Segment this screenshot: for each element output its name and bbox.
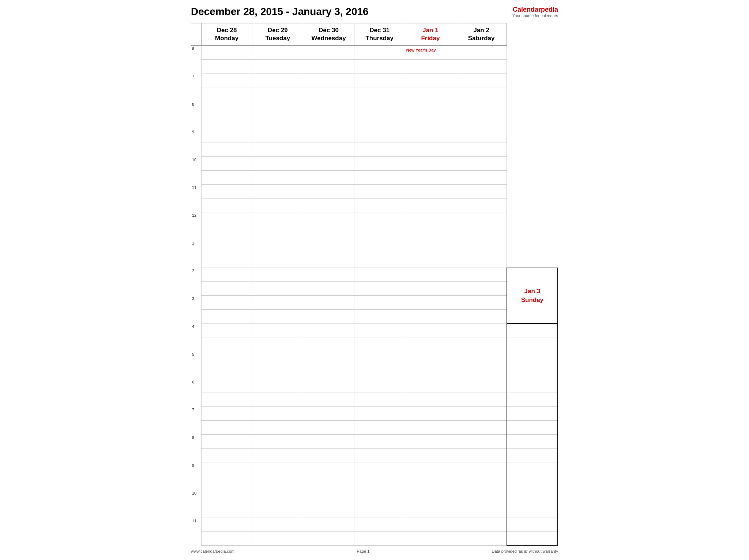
jan1-cell[interactable]: [405, 185, 456, 198]
day-cell[interactable]: [202, 143, 252, 157]
jan2-cell[interactable]: [456, 421, 507, 435]
day-cell[interactable]: [303, 254, 354, 268]
jan3-cell[interactable]: [507, 337, 558, 351]
jan2-cell[interactable]: [456, 476, 507, 490]
jan2-cell[interactable]: [456, 518, 507, 532]
day-cell[interactable]: [202, 240, 252, 254]
day-cell[interactable]: [202, 379, 252, 393]
day-cell[interactable]: [252, 185, 303, 198]
day-cell[interactable]: [202, 226, 252, 240]
day-cell[interactable]: [202, 198, 252, 212]
day-cell[interactable]: [252, 282, 303, 296]
day-cell[interactable]: [252, 115, 303, 129]
day-cell[interactable]: [202, 449, 252, 462]
jan3-cell[interactable]: [507, 365, 558, 379]
day-cell[interactable]: [354, 157, 405, 171]
jan1-cell[interactable]: [405, 73, 456, 87]
jan2-cell[interactable]: [456, 449, 507, 462]
jan2-cell[interactable]: [456, 226, 507, 240]
jan2-cell[interactable]: [456, 60, 507, 73]
day-cell[interactable]: [354, 379, 405, 393]
day-cell[interactable]: [303, 87, 354, 101]
day-cell[interactable]: [303, 351, 354, 365]
jan2-cell[interactable]: [456, 171, 507, 185]
jan1-cell[interactable]: [405, 421, 456, 435]
day-cell[interactable]: [252, 462, 303, 476]
day-cell[interactable]: [303, 101, 354, 115]
day-cell[interactable]: [354, 212, 405, 226]
day-cell[interactable]: [303, 435, 354, 449]
day-cell[interactable]: [202, 60, 252, 73]
day-cell[interactable]: [252, 379, 303, 393]
day-cell[interactable]: [202, 421, 252, 435]
jan2-cell[interactable]: [456, 101, 507, 115]
day-cell[interactable]: [303, 490, 354, 504]
day-cell[interactable]: [303, 310, 354, 323]
day-cell[interactable]: [354, 254, 405, 268]
day-cell[interactable]: [303, 449, 354, 462]
jan2-cell[interactable]: [456, 462, 507, 476]
jan3-cell[interactable]: [507, 421, 558, 435]
jan2-cell[interactable]: [456, 323, 507, 337]
day-cell[interactable]: [303, 379, 354, 393]
day-cell[interactable]: [354, 351, 405, 365]
jan1-cell[interactable]: [405, 462, 456, 476]
day-cell[interactable]: [252, 351, 303, 365]
jan3-cell[interactable]: [507, 323, 558, 337]
day-cell[interactable]: [252, 198, 303, 212]
day-cell[interactable]: [252, 337, 303, 351]
day-cell[interactable]: [252, 532, 303, 546]
day-cell[interactable]: [354, 407, 405, 421]
day-cell[interactable]: [354, 476, 405, 490]
day-cell[interactable]: [252, 240, 303, 254]
day-cell[interactable]: [354, 87, 405, 101]
day-cell[interactable]: [303, 212, 354, 226]
jan2-cell[interactable]: [456, 254, 507, 268]
jan1-cell[interactable]: [405, 282, 456, 296]
jan3-cell[interactable]: [507, 393, 558, 407]
jan3-cell[interactable]: [507, 504, 558, 518]
jan2-cell[interactable]: [456, 337, 507, 351]
jan1-cell[interactable]: [405, 268, 456, 282]
day-cell[interactable]: [252, 435, 303, 449]
day-cell[interactable]: [252, 407, 303, 421]
day-cell[interactable]: [303, 365, 354, 379]
jan1-cell[interactable]: [405, 157, 456, 171]
day-cell[interactable]: [354, 171, 405, 185]
day-cell[interactable]: [303, 129, 354, 143]
day-cell[interactable]: [303, 407, 354, 421]
day-cell[interactable]: [354, 73, 405, 87]
day-cell[interactable]: [202, 87, 252, 101]
jan1-cell[interactable]: [405, 101, 456, 115]
day-cell[interactable]: [252, 171, 303, 185]
day-cell[interactable]: [354, 240, 405, 254]
day-cell[interactable]: [202, 310, 252, 323]
jan1-cell[interactable]: [405, 323, 456, 337]
jan2-cell[interactable]: [456, 87, 507, 101]
jan1-cell[interactable]: [405, 198, 456, 212]
day-cell[interactable]: [252, 129, 303, 143]
day-cell[interactable]: [354, 143, 405, 157]
day-cell[interactable]: [354, 490, 405, 504]
day-cell[interactable]: [202, 46, 252, 60]
day-cell[interactable]: [252, 46, 303, 60]
day-cell[interactable]: [303, 282, 354, 296]
day-cell[interactable]: [303, 240, 354, 254]
jan2-cell[interactable]: [456, 157, 507, 171]
jan2-cell[interactable]: [456, 198, 507, 212]
day-cell[interactable]: [303, 268, 354, 282]
day-cell[interactable]: [303, 171, 354, 185]
day-cell[interactable]: [303, 185, 354, 198]
day-cell[interactable]: [354, 185, 405, 198]
day-cell[interactable]: [202, 462, 252, 476]
jan3-cell[interactable]: [507, 476, 558, 490]
jan1-cell[interactable]: [405, 449, 456, 462]
jan2-cell[interactable]: [456, 490, 507, 504]
day-cell[interactable]: [354, 337, 405, 351]
day-cell[interactable]: [303, 476, 354, 490]
day-cell[interactable]: [354, 226, 405, 240]
day-cell[interactable]: [252, 365, 303, 379]
jan2-cell[interactable]: [456, 296, 507, 310]
jan1-cell[interactable]: [405, 337, 456, 351]
jan2-cell[interactable]: [456, 351, 507, 365]
